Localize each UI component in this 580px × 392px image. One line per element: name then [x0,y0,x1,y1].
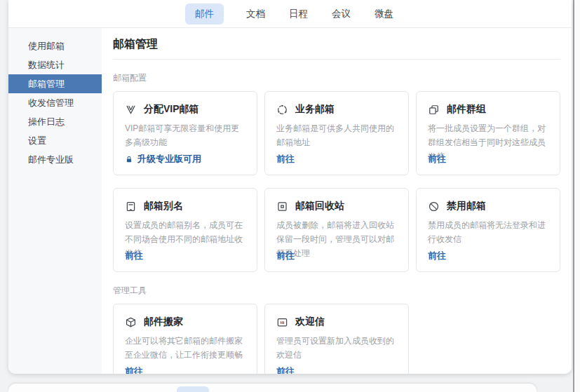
footer-label: 前往 [276,153,295,165]
card-title: 禁用邮箱 [447,200,486,212]
footer-label: 升级专业版可用 [137,153,201,165]
card-grid: 邮件搬家企业可以将其它邮箱的邮件搬家至企业微信，让工作衔接更顺畅前往Hi欢迎信管… [113,304,560,374]
card-description: 管理员可设置新加入成员收到的欢迎信 [276,334,397,363]
sidebar-item-邮件专业版[interactable]: 邮件专业版 [8,150,102,169]
card-欢迎信: Hi欢迎信管理员可设置新加入成员收到的欢迎信前往 [264,304,409,374]
card-禁用邮箱: 禁用邮箱禁用成员的邮箱将无法登录和进行收发信前往 [416,188,560,272]
card-title: 欢迎信 [295,316,325,328]
background-window-tab-pill [177,386,209,392]
go-link[interactable]: 前往 [125,250,143,262]
upgrade-link[interactable]: 升级专业版可用 [125,153,201,165]
tab-文档[interactable]: 文档 [245,4,267,25]
card-grid: 分配VIP邮箱VIP邮箱可享无限容量和使用更多高级功能升级专业版可用业务邮箱业务… [113,91,560,272]
card-邮箱别名: 邮箱别名设置成员的邮箱别名，成员可在不同场合使用不同的邮箱地址收发信前往 [113,188,257,272]
footer-label: 前往 [428,153,446,165]
card-description: 禁用成员的邮箱将无法登录和进行收发信 [428,219,548,247]
background-window-right-edge [573,0,580,392]
package-box-icon [125,316,137,328]
hi-letter-icon: Hi [276,316,288,328]
footer-label: 前往 [428,250,446,262]
top-nav: 邮件文档日程会议微盘 [8,0,572,28]
lock-icon [125,155,133,163]
main-content: 邮箱管理 邮箱配置分配VIP邮箱VIP邮箱可享无限容量和使用更多高级功能升级专业… [102,28,572,374]
background-window[interactable] [8,384,537,392]
go-link[interactable]: 前往 [276,153,295,165]
go-link[interactable]: 前往 [428,153,446,165]
top-nav-tabs: 邮件文档日程会议微盘 [185,4,395,25]
card-title: 分配VIP邮箱 [144,103,199,116]
card-邮件搬家: 邮件搬家企业可以将其它邮箱的邮件搬家至企业微信，让工作衔接更顺畅前往 [113,304,257,374]
go-link[interactable]: 前往 [428,250,446,262]
sidebar-item-收发信管理[interactable]: 收发信管理 [8,93,102,112]
footer-label: 前往 [125,365,143,374]
go-link[interactable]: 前往 [276,250,295,262]
page-title: 邮箱管理 [113,28,560,52]
card-业务邮箱: 业务邮箱业务邮箱是可供多人共同使用的邮箱地址前往 [264,91,409,175]
title-divider [113,59,560,60]
footer-label: 前往 [276,365,295,374]
tab-日程[interactable]: 日程 [288,4,309,25]
mail-group-icon [428,104,440,116]
sidebar: 使用邮箱数据统计邮箱管理收发信管理操作日志设置邮件专业版 [8,28,102,374]
alias-tag-icon [125,201,137,212]
disable-icon [428,201,440,212]
sidebar-item-数据统计[interactable]: 数据统计 [8,55,102,74]
recycle-bin-icon [276,201,288,212]
card-title: 邮箱别名 [144,200,183,212]
shared-mailbox-icon [276,104,288,116]
go-link[interactable]: 前往 [276,365,295,374]
card-title: 邮件搬家 [144,316,183,328]
card-title: 业务邮箱 [295,103,335,116]
sidebar-item-使用邮箱[interactable]: 使用邮箱 [8,36,102,55]
footer-label: 前往 [125,250,143,262]
app-window: 邮件文档日程会议微盘 使用邮箱数据统计邮箱管理收发信管理操作日志设置邮件专业版 … [8,0,572,374]
card-description: 业务邮箱是可供多人共同使用的邮箱地址 [276,122,397,150]
footer-label: 前往 [276,250,295,262]
sidebar-item-设置[interactable]: 设置 [8,131,102,150]
sidebar-item-邮箱管理[interactable]: 邮箱管理 [8,74,102,93]
vip-v-icon [125,104,137,116]
section-label: 邮箱配置 [113,72,560,84]
card-分配VIP邮箱: 分配VIP邮箱VIP邮箱可享无限容量和使用更多高级功能升级专业版可用 [113,91,257,175]
card-邮件群组: 邮件群组将一批成员设置为一个群组，对群组发信相当于同时对这些成员发信前往 [416,91,560,175]
svg-text:Hi: Hi [281,320,285,325]
sidebar-item-操作日志[interactable]: 操作日志 [8,112,102,131]
card-邮箱回收站: 邮箱回收站成员被删除，邮箱将进入回收站保留一段时间，管理员可以对邮箱再处理前往 [264,188,409,272]
card-description: 企业可以将其它邮箱的邮件搬家至企业微信，让工作衔接更顺畅 [125,334,245,363]
tab-邮件[interactable]: 邮件 [185,4,224,25]
card-title: 邮箱回收站 [295,200,344,212]
card-title: 邮件群组 [447,103,486,116]
go-link[interactable]: 前往 [125,365,143,374]
tab-微盘[interactable]: 微盘 [373,4,395,25]
section-label: 管理工具 [113,285,560,297]
card-description: VIP邮箱可享无限容量和使用更多高级功能 [125,122,245,150]
tab-会议[interactable]: 会议 [330,4,352,25]
